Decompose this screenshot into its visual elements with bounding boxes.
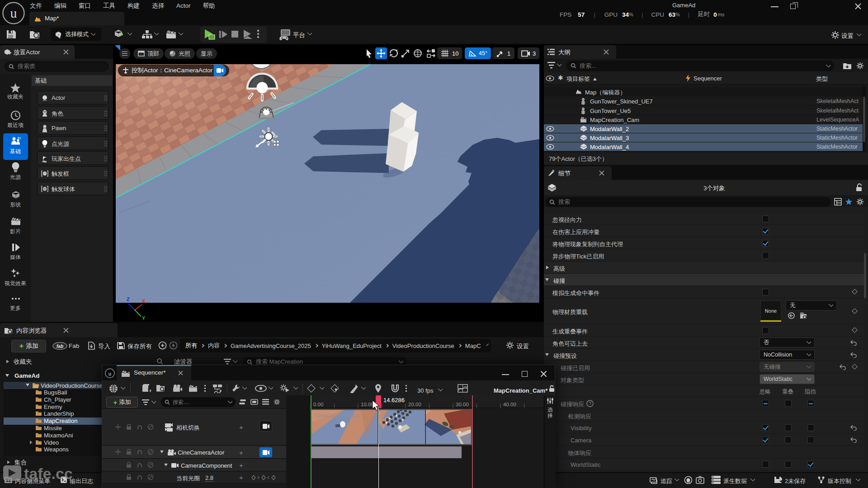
svg-text:40.00: 40.00 [503, 402, 516, 407]
svg-text:u: u [108, 370, 112, 377]
svg-text:Z: Z [127, 296, 130, 302]
svg-text:★: ★ [149, 388, 151, 393]
svg-text:Y: Y [142, 315, 146, 321]
svg-text:tafe.cc: tafe.cc [24, 465, 73, 482]
svg-text:?: ? [589, 401, 591, 406]
svg-text:0.00: 0.00 [313, 402, 323, 407]
svg-text:X: X [142, 298, 146, 304]
svg-text:20.00: 20.00 [408, 402, 421, 407]
svg-text:★: ★ [780, 480, 783, 484]
svg-text:u: u [10, 5, 17, 20]
svg-text:CineCameraActor: CineCameraActor [315, 413, 359, 419]
svg-text:fab: fab [57, 344, 63, 349]
svg-text:30.00: 30.00 [456, 402, 469, 407]
